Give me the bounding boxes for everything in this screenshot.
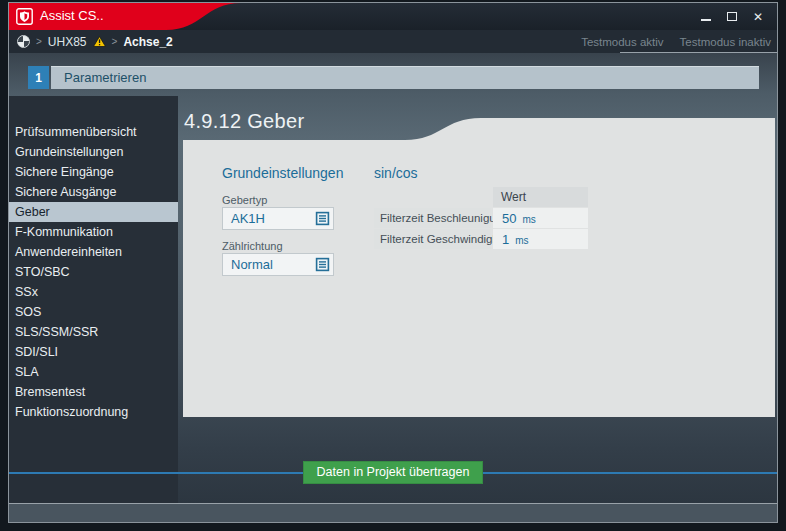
sidebar-item-sichere-eingaenge[interactable]: Sichere Eingänge [9,162,178,182]
sidebar-item-sls-ssm-ssr[interactable]: SLS/SSM/SSR [9,322,178,342]
sidebar-item-pruefsummenuebersicht[interactable]: Prüfsummenübersicht [9,122,178,142]
sphere-icon [17,35,30,48]
value-number: 1 [502,232,509,247]
row-label-filterzeit-beschleunigung: Filterzeit Beschleunigung [374,208,491,228]
row-label-filterzeit-geschwindigkeit: Filterzeit Geschwindigkeit [374,229,491,249]
sidebar-item-sichere-ausgaenge[interactable]: Sichere Ausgänge [9,182,178,202]
sidebar-item-sos[interactable]: SOS [9,302,178,322]
row-value-filterzeit-beschleunigung[interactable]: 50ms [493,208,588,228]
sidebar: Prüfsummenübersicht Grundeinstellungen S… [9,96,178,503]
title-bar: Assist CS.. ✕ [9,3,777,30]
value-number: 50 [502,211,516,226]
zaehlrichtung-label: Zählrichtung [222,240,283,252]
testmode-inactive-button[interactable]: Testmodus inaktiv [680,36,771,48]
sidebar-item-sto-sbc[interactable]: STO/SBC [9,262,178,282]
sidebar-item-sla[interactable]: SLA [9,362,178,382]
testmode-toggle: Testmodus aktiv Testmodus inaktiv [581,30,771,53]
gebertyp-value: AK1H [231,208,265,229]
sidebar-item-bremsentest[interactable]: Bremsentest [9,382,178,402]
value-unit: ms [515,235,528,246]
breadcrumb-bar: > UHX85 > Achse_2 Testmodus aktiv Testmo… [9,30,777,53]
sidebar-item-anwendereinheiten[interactable]: Anwendereinheiten [9,242,178,262]
sidebar-item-geber[interactable]: Geber [9,202,178,222]
close-icon[interactable]: ✕ [751,10,765,24]
breadcrumb-device[interactable]: UHX85 [48,35,87,49]
testmode-active-button[interactable]: Testmodus aktiv [581,36,663,48]
sidebar-nav: Prüfsummenübersicht Grundeinstellungen S… [9,122,178,422]
list-icon[interactable] [315,257,330,276]
sidebar-item-sdi-sli[interactable]: SDI/SLI [9,342,178,362]
sidebar-item-grundeinstellungen[interactable]: Grundeinstellungen [9,142,178,162]
value-unit: ms [522,214,535,225]
zaehlrichtung-dropdown[interactable]: Normal [222,253,334,276]
page-title: 4.9.12 Geber [184,110,304,133]
sidebar-item-ssx[interactable]: SSx [9,282,178,302]
app-title: Assist CS.. [40,8,104,23]
status-bar [9,503,777,523]
gebertyp-dropdown[interactable]: AK1H [222,207,334,230]
tab-parametrieren[interactable]: Parametrieren [51,66,759,89]
transfer-to-project-button[interactable]: Daten in Projekt übertragen [303,461,483,484]
section-title-grundeinstellungen: Grundeinstellungen [222,165,343,181]
zaehlrichtung-value: Normal [231,254,273,275]
app-window: Assist CS.. ✕ > UHX85 > Achse_2 Testmodu… [0,0,786,531]
shield-icon [16,8,33,29]
sidebar-item-f-kommunikation[interactable]: F-Kommunikation [9,222,178,242]
minimize-icon[interactable] [699,10,713,24]
table-header-spacer [374,187,491,207]
warning-triangle-icon [93,36,106,47]
row-value-filterzeit-geschwindigkeit[interactable]: 1ms [493,229,588,249]
step-number-badge: 1 [28,66,49,89]
window-controls: ✕ [699,3,765,30]
chevron-right-icon: > [36,36,42,47]
gebertyp-label: Gebertyp [222,194,267,206]
breadcrumb: > UHX85 > Achse_2 [17,30,173,53]
sincos-table: Wert Filterzeit Beschleunigung 50ms Filt… [374,187,588,249]
list-icon[interactable] [315,211,330,230]
testmode-underline [620,52,777,53]
sidebar-item-funktionszuordnung[interactable]: Funktionszuordnung [9,402,178,422]
chevron-right-icon: > [112,36,118,47]
section-title-sincos: sin/cos [374,165,418,181]
table-header-wert: Wert [493,187,588,207]
maximize-icon[interactable] [725,10,739,24]
breadcrumb-axis[interactable]: Achse_2 [123,35,172,49]
